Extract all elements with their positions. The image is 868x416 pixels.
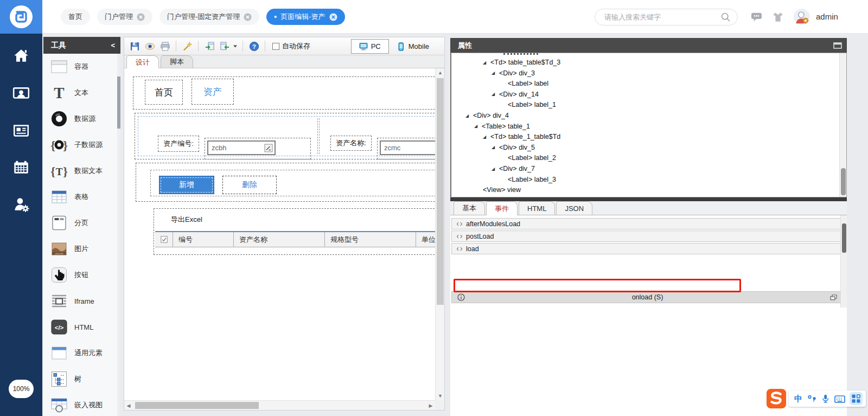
toolbox-scrollbar[interactable] xyxy=(117,54,120,416)
sogou-icon[interactable] xyxy=(766,388,787,409)
tree-expand-arrow[interactable]: ◢ xyxy=(492,167,499,171)
chat-icon[interactable] xyxy=(751,12,762,22)
edit-box-icon[interactable] xyxy=(264,144,273,152)
toolbox-item-13[interactable]: 树 xyxy=(43,366,120,392)
tree-expand-arrow[interactable]: ◢ xyxy=(465,113,473,118)
tree-node[interactable]: ◢<Table> table_1 xyxy=(474,121,530,132)
toolbox-item-6[interactable]: 表格 xyxy=(43,184,120,210)
home-icon[interactable] xyxy=(12,47,30,65)
search-icon[interactable] xyxy=(720,12,731,22)
app-logo[interactable] xyxy=(0,0,42,34)
tree-expand-arrow[interactable]: ◢ xyxy=(492,145,499,150)
canvas-vertical-scrollbar[interactable]: ▲ ▼ xyxy=(435,68,444,400)
tree-node[interactable]: <Label> label_2 xyxy=(500,152,556,163)
preview-icon[interactable] xyxy=(144,40,156,52)
properties-tab-1[interactable]: 基本 xyxy=(454,201,485,215)
toolbox-item-11[interactable]: </>HTML xyxy=(43,314,120,340)
pc-mode-button[interactable]: PC xyxy=(351,39,389,54)
toolbox-item-2[interactable]: T文本 xyxy=(43,80,120,106)
save-icon[interactable] xyxy=(129,40,141,52)
toolbox-item-7[interactable]: 分页 xyxy=(43,210,120,236)
tree-node[interactable]: <Label> label_3 xyxy=(500,174,556,185)
mobile-mode-button[interactable]: Mobile xyxy=(389,39,437,54)
page-tab-home[interactable]: 首页 xyxy=(145,80,183,105)
delete-button[interactable]: 删除 xyxy=(222,176,277,194)
print-icon[interactable] xyxy=(159,40,171,52)
avatar[interactable] xyxy=(794,9,810,25)
tree-node[interactable]: ◢<Td> table_1_table$Td xyxy=(483,131,560,142)
tree-node[interactable]: ◢<Div> div_4 xyxy=(465,110,509,121)
import-icon[interactable] xyxy=(203,40,215,52)
news-icon[interactable] xyxy=(12,121,30,140)
nav-tab-1[interactable]: 首页 xyxy=(61,9,90,25)
tree-expand-arrow[interactable]: ◢ xyxy=(483,135,490,139)
toolbox-item-3[interactable]: 数据源 xyxy=(43,106,120,132)
properties-tab-2[interactable]: 事件 xyxy=(486,201,518,215)
page-tab-asset[interactable]: 资产 xyxy=(192,79,234,105)
cascade-icon[interactable] xyxy=(830,295,837,300)
toolbox-item-5[interactable]: {}T数据文本 xyxy=(43,158,120,184)
nav-tab-2[interactable]: 门户管理 xyxy=(97,9,152,25)
toolbox-item-12[interactable]: 通用元素 xyxy=(43,340,120,366)
toolbox-item-1[interactable]: 容器 xyxy=(43,54,120,80)
tree-node[interactable]: <View> view xyxy=(483,184,521,195)
tree-expand-arrow[interactable]: ◢ xyxy=(483,60,490,65)
toolbox-item-4[interactable]: {}子数据源 xyxy=(43,132,120,158)
mic-icon[interactable] xyxy=(821,394,830,404)
autosave-checkbox[interactable] xyxy=(272,43,279,50)
global-search[interactable] xyxy=(595,9,738,25)
tree-expand-arrow[interactable]: ◢ xyxy=(474,124,482,129)
event-row-postLoad[interactable]: postLoad xyxy=(451,231,843,242)
toolbox-item-14[interactable]: 嵌入视图 xyxy=(43,392,120,416)
tree-node[interactable]: ◢<Div> div_7 xyxy=(492,163,535,174)
canvas-horizontal-scrollbar[interactable]: ◀ ▶ xyxy=(124,400,435,410)
toolbox-item-10[interactable]: Iframe xyxy=(43,288,120,314)
event-row-afterModulesLoad[interactable]: afterModulesLoad xyxy=(451,218,843,229)
keyboard-icon[interactable] xyxy=(834,394,845,404)
username-label[interactable]: admin xyxy=(816,12,838,21)
toolbox-item-8[interactable]: polaroid图片 xyxy=(43,236,120,262)
zoom-level-badge[interactable]: 100% xyxy=(9,380,34,398)
add-button[interactable]: 新增 xyxy=(159,176,214,194)
tshirt-icon[interactable] xyxy=(773,12,783,22)
grid-header-checkbox[interactable] xyxy=(155,232,173,247)
chevron-left-icon[interactable]: < xyxy=(111,41,115,49)
events-scrollbar[interactable] xyxy=(840,215,847,308)
export-excel-link[interactable]: 导出Excel xyxy=(171,215,202,225)
ime-language-toggle[interactable]: 中 xyxy=(794,394,802,404)
wand-icon[interactable] xyxy=(181,40,193,52)
field-label-asset-code[interactable]: 资产编号: xyxy=(158,136,199,152)
tree-node[interactable]: ◢<Td> table_table$Td_3 xyxy=(483,57,560,68)
field-label-asset-name[interactable]: 资产名称: xyxy=(330,136,372,151)
tree-expand-arrow[interactable]: ◢ xyxy=(492,71,499,75)
punctuation-icon[interactable] xyxy=(807,394,816,404)
scrollbar-thumb[interactable] xyxy=(437,78,444,305)
tree-node[interactable]: ◢<Div> div_5 xyxy=(492,142,535,153)
properties-tab-3[interactable]: HTML xyxy=(519,201,555,215)
toolbox-item-9[interactable]: 按钮 xyxy=(43,262,120,288)
close-icon[interactable] xyxy=(244,13,252,21)
canvas-tab-2[interactable]: 脚本 xyxy=(161,55,193,68)
tree-scrollbar[interactable] xyxy=(839,53,846,197)
nav-tab-3[interactable]: 门户管理-固定资产管理 xyxy=(159,9,259,25)
close-icon[interactable] xyxy=(137,13,145,21)
tree-node[interactable]: ◢<Div> div_14 xyxy=(492,89,539,100)
tree-node[interactable]: ◢<Div> div_3 xyxy=(492,68,535,79)
nav-tab-4[interactable]: •页面编辑-资产 xyxy=(266,9,344,25)
canvas-tab-1[interactable]: 设计 xyxy=(126,55,159,68)
export-dropdown-icon[interactable] xyxy=(219,40,231,52)
input-asset-code[interactable]: zcbh xyxy=(207,140,276,155)
grid-menu-icon[interactable] xyxy=(850,392,863,405)
user-settings-icon[interactable] xyxy=(12,195,30,214)
caret-down-icon[interactable] xyxy=(233,44,238,49)
search-input[interactable] xyxy=(603,12,720,22)
close-icon[interactable] xyxy=(329,13,337,21)
autosave-toggle[interactable]: 自动保存 xyxy=(272,41,310,51)
tree-node[interactable]: <Label> label xyxy=(500,78,548,89)
scrollbar-thumb[interactable] xyxy=(135,402,259,409)
tree-node[interactable]: <Label> label_1 xyxy=(500,99,556,110)
event-handler-row[interactable]: onload (S) xyxy=(451,291,843,303)
tree-expand-arrow[interactable]: ◢ xyxy=(492,92,499,97)
help-icon[interactable]: ? xyxy=(248,40,260,52)
maximize-icon[interactable] xyxy=(833,42,842,49)
